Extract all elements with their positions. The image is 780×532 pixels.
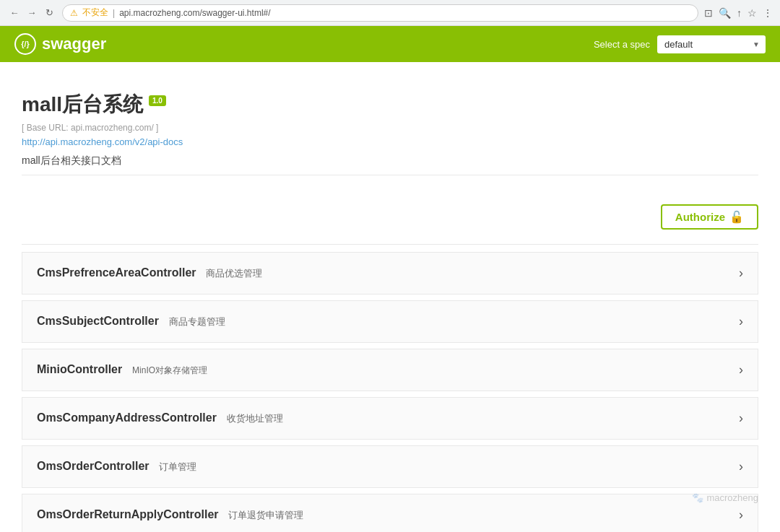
scroll-area[interactable]: mall后台系统 1.0 [ Base URL: api.macrozheng.… (0, 62, 780, 532)
controller-name-0: CmsPrefrenceAreaController (37, 266, 196, 279)
controller-name-3: OmsCompanyAddressController (37, 411, 217, 424)
share-icon: ↑ (737, 7, 742, 19)
browser-nav-buttons: ← → ↻ (7, 6, 56, 20)
authorize-button-label: Authorize (675, 211, 725, 223)
api-docs-link[interactable]: http://api.macrozheng.com/v2/api-docs (22, 136, 183, 147)
controller-item-content-1: CmsSubjectController 商品专题管理 (37, 315, 225, 328)
controller-item-content-3: OmsCompanyAddressController 收货地址管理 (37, 411, 283, 425)
controller-item-3[interactable]: OmsCompanyAddressController 收货地址管理 › (22, 397, 758, 440)
spec-select[interactable]: default (657, 35, 766, 53)
base-url-text: [ Base URL: api.macrozheng.com/ ] (22, 123, 758, 133)
controller-item-2[interactable]: MinioController MinIO对象存储管理 › (22, 349, 758, 391)
controller-item-4[interactable]: OmsOrderController 订单管理 › (22, 445, 758, 488)
top-navbar: {/} swagger Select a spec default ▼ (0, 26, 780, 62)
security-warning-icon: ⚠ (70, 8, 78, 18)
chevron-right-icon-3: › (739, 411, 743, 426)
controller-desc-3: 收货地址管理 (227, 413, 283, 424)
controller-desc-2: MinIO对象存储管理 (132, 365, 207, 375)
controller-desc-5: 订单退货申请管理 (228, 510, 303, 520)
controller-name-1: CmsSubjectController (37, 315, 159, 327)
url-text: api.macrozheng.com/swagger-ui.html#/ (119, 8, 270, 18)
controller-name-5: OmsOrderReturnApplyController (37, 508, 219, 520)
browser-actions: ⊡ 🔍 ↑ ☆ ⋮ (704, 7, 773, 19)
swagger-logo: {/} swagger (14, 33, 106, 55)
bookmark-icon: ☆ (748, 7, 757, 19)
version-badge: 1.0 (149, 95, 166, 106)
controller-item-1[interactable]: CmsSubjectController 商品专题管理 › (22, 300, 758, 343)
main-content: mall后台系统 1.0 [ Base URL: api.macrozheng.… (7, 62, 773, 532)
controller-name-2: MinioController (37, 363, 122, 375)
spec-select-wrapper[interactable]: default ▼ (657, 35, 766, 53)
controller-item-0[interactable]: CmsPrefrenceAreaController 商品优选管理 › (22, 252, 758, 295)
back-button[interactable]: ← (7, 6, 22, 20)
spec-selector-label: Select a spec (594, 39, 650, 50)
chevron-right-icon-4: › (739, 459, 743, 474)
app-description: mall后台相关接口文档 (22, 154, 758, 167)
controller-item-content-0: CmsPrefrenceAreaController 商品优选管理 (37, 266, 262, 280)
controller-name-4: OmsOrderController (37, 460, 150, 472)
controller-item-content-2: MinioController MinIO对象存储管理 (37, 363, 207, 377)
forward-button[interactable]: → (25, 6, 39, 20)
controller-item-content-4: OmsOrderController 订单管理 (37, 460, 196, 474)
spec-selector: Select a spec default ▼ (594, 35, 766, 53)
chevron-right-icon-5: › (739, 507, 743, 523)
refresh-button[interactable]: ↻ (42, 6, 56, 20)
chevron-right-icon-0: › (739, 266, 743, 281)
security-warning-text: 不安全 (82, 6, 108, 19)
controller-desc-1: 商品专题管理 (169, 316, 225, 327)
authorize-section: Authorize 🔓 (22, 190, 758, 245)
app-header: mall后台系统 1.0 [ Base URL: api.macrozheng.… (22, 77, 758, 175)
controller-item-5[interactable]: OmsOrderReturnApplyController 订单退货申请管理 › (22, 494, 758, 532)
browser-chrome: ← → ↻ ⚠ 不安全 | api.macrozheng.com/swagger… (0, 0, 780, 26)
cast-icon: ⊡ (704, 7, 713, 19)
controller-desc-4: 订单管理 (159, 461, 196, 472)
controller-item-content-5: OmsOrderReturnApplyController 订单退货申请管理 (37, 508, 303, 522)
chevron-right-icon-1: › (739, 314, 743, 329)
swagger-logo-text: swagger (42, 35, 106, 53)
app-title-row: mall后台系统 1.0 (22, 91, 758, 118)
address-bar[interactable]: ⚠ 不安全 | api.macrozheng.com/swagger-ui.ht… (62, 4, 698, 22)
controller-desc-0: 商品优选管理 (206, 268, 262, 279)
more-icon: ⋮ (763, 7, 773, 19)
lock-icon: 🔓 (729, 210, 744, 224)
app-title: mall后台系统 (22, 91, 143, 118)
authorize-button[interactable]: Authorize 🔓 (661, 204, 758, 230)
controller-list: CmsPrefrenceAreaController 商品优选管理 › CmsS… (22, 252, 758, 532)
search-icon: 🔍 (719, 7, 731, 19)
chevron-right-icon-2: › (739, 362, 743, 378)
swagger-logo-icon: {/} (14, 33, 36, 55)
logo-icon-text: {/} (21, 40, 30, 48)
